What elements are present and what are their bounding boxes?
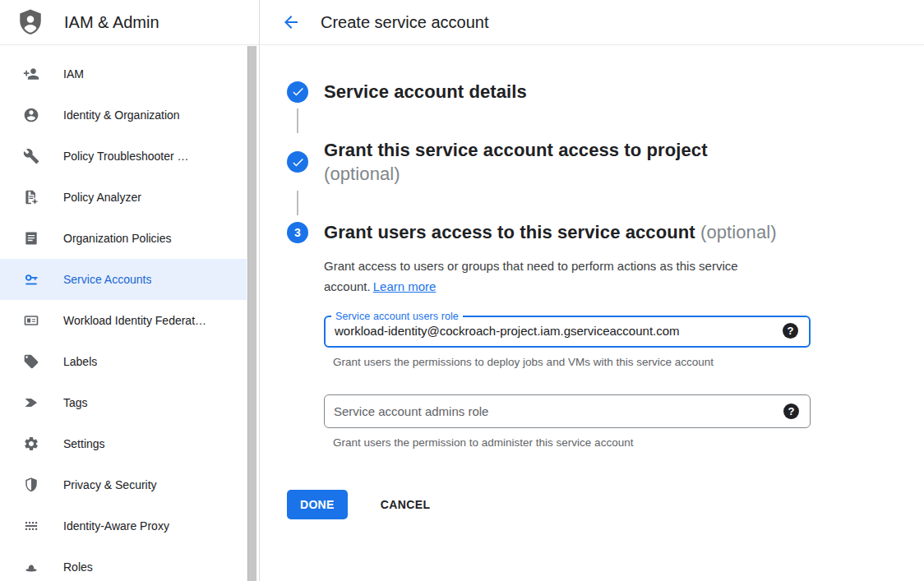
sidebar-item-tags[interactable]: Tags	[0, 382, 247, 423]
step2-completed-check-icon	[287, 151, 308, 173]
step-2: Grant this service account access to pro…	[287, 138, 908, 186]
page-header: Create service account	[260, 0, 924, 45]
sidebar-item-settings[interactable]: Settings	[0, 423, 247, 464]
step-connector	[297, 191, 298, 215]
sidebar: IAM & Admin IAM Identity & Organization …	[0, 0, 260, 581]
sidebar-item-service-accounts[interactable]: Service Accounts	[0, 259, 247, 300]
sidebar-scrollbar[interactable]	[247, 46, 257, 581]
step3-optional-label: (optional)	[700, 222, 777, 242]
sidebar-item-iam[interactable]: IAM	[0, 53, 247, 95]
service-account-key-icon	[23, 271, 39, 288]
learn-more-link[interactable]: Learn more	[373, 279, 437, 293]
document-gear-icon	[23, 189, 39, 205]
scrollbar-thumb[interactable]	[247, 46, 256, 581]
product-title: IAM & Admin	[64, 13, 159, 32]
cancel-button[interactable]: CANCEL	[374, 490, 437, 519]
gear-icon	[23, 436, 39, 452]
step3-number-badge: 3	[287, 222, 308, 243]
sidebar-item-privacy-security[interactable]: Privacy & Security	[0, 464, 247, 505]
step1-completed-check-icon	[287, 81, 308, 103]
service-account-users-role-field: Service account users role ?	[324, 311, 811, 348]
done-button[interactable]: DONE	[287, 490, 348, 519]
step3-description: Grant access to users or groups that nee…	[324, 256, 781, 297]
sidebar-item-workload-identity-federation[interactable]: Workload Identity Federat…	[0, 300, 247, 341]
step3-body: Grant access to users or groups that nee…	[287, 256, 908, 449]
id-card-icon	[23, 312, 39, 329]
sidebar-nav: IAM Identity & Organization Policy Troub…	[0, 45, 259, 581]
document-lines-icon	[23, 230, 39, 247]
sidebar-item-roles[interactable]: Roles	[0, 546, 247, 581]
admins-role-help-icon[interactable]: ?	[783, 403, 799, 419]
sidebar-item-identity-aware-proxy[interactable]: Identity-Aware Proxy	[0, 505, 247, 546]
chevron-tag-icon	[23, 394, 39, 411]
sidebar-item-policy-troubleshooter[interactable]: Policy Troubleshooter …	[0, 136, 247, 177]
users-role-help-icon[interactable]: ?	[783, 323, 798, 339]
step3-title: Grant users access to this service accou…	[324, 220, 908, 244]
step-1: Service account details	[287, 80, 908, 104]
form-actions: DONE CANCEL	[287, 490, 908, 519]
sidebar-item-identity-organization[interactable]: Identity & Organization	[0, 95, 247, 136]
step2-title: Grant this service account access to pro…	[324, 138, 908, 186]
users-role-floating-label: Service account users role	[331, 311, 463, 322]
create-service-account-form: Service account details Grant this servi…	[260, 45, 924, 519]
account-circle-icon	[23, 107, 39, 123]
wrench-icon	[23, 148, 39, 164]
page-title: Create service account	[321, 13, 489, 32]
sidebar-header: IAM & Admin	[0, 0, 259, 45]
service-account-users-role-input[interactable]	[335, 324, 783, 338]
tag-icon	[23, 353, 39, 370]
step2-optional-label: (optional)	[324, 162, 908, 186]
shield-half-icon	[23, 477, 39, 493]
proxy-grid-icon	[23, 518, 39, 534]
step1-title: Service account details	[324, 80, 908, 104]
iam-admin-shield-icon	[16, 8, 44, 36]
sidebar-item-labels[interactable]: Labels	[0, 341, 247, 382]
arrow-back-icon	[281, 12, 301, 32]
sidebar-item-policy-analyzer[interactable]: Policy Analyzer	[0, 177, 247, 218]
person-add-icon	[23, 66, 39, 82]
app-window: IAM & Admin IAM Identity & Organization …	[0, 0, 924, 581]
service-account-admins-role-input[interactable]	[334, 404, 783, 418]
back-button[interactable]	[280, 11, 303, 34]
step-connector	[297, 108, 298, 133]
sidebar-item-organization-policies[interactable]: Organization Policies	[0, 218, 247, 259]
users-role-helper-text: Grant users the permissions to deploy jo…	[324, 356, 908, 368]
step-3: 3 Grant users access to this service acc…	[287, 220, 908, 244]
service-account-admins-role-field: ?	[324, 394, 811, 428]
hat-icon	[23, 559, 39, 575]
admins-role-helper-text: Grant users the permission to administer…	[324, 436, 908, 449]
main-area: Create service account Service account d…	[260, 0, 924, 581]
